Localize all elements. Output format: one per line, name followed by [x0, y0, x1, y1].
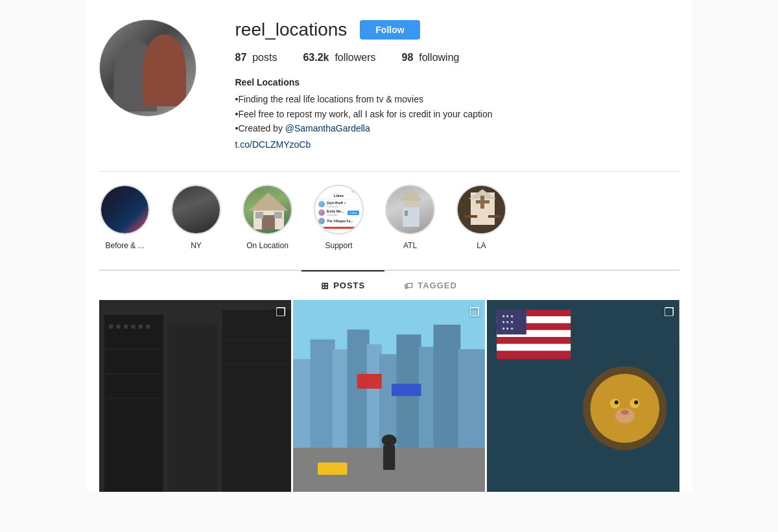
svg-point-44 — [382, 434, 397, 446]
support-header: 10:56 Likes — [318, 189, 359, 200]
story-item-onlocation[interactable]: On Location — [242, 185, 294, 250]
bio-website-link[interactable]: t.co/DCLZMYzoCb — [235, 137, 679, 152]
story-label-support: Support — [325, 241, 352, 250]
svg-point-64 — [615, 400, 619, 404]
svg-rect-45 — [383, 445, 395, 470]
story-circle-onlocation — [242, 185, 292, 235]
avatar — [99, 19, 196, 117]
svg-rect-22 — [131, 325, 135, 329]
svg-rect-18 — [104, 315, 163, 492]
support-row-1: Zach Braff ✓ Followers — [318, 201, 359, 208]
username: reel_locations — [235, 19, 348, 40]
svg-rect-15 — [464, 215, 477, 218]
grid-image-2 — [293, 300, 485, 492]
svg-rect-47 — [357, 374, 382, 389]
bio-creator-link[interactable]: @SamanthaGardella — [285, 123, 370, 133]
profile-top-row: reel_locations Follow — [235, 19, 679, 40]
story-label-onlocation: On Location — [246, 241, 289, 250]
avatar-image — [100, 20, 196, 116]
story-circle-ny — [171, 185, 221, 235]
story-circle-before — [100, 185, 150, 235]
grid-item-3[interactable]: ★ ★ ★ ★ ★ ★ ★ ★ ★ — [487, 300, 679, 492]
multi-photo-icon-1: ❐ — [276, 305, 286, 319]
svg-rect-21 — [123, 325, 127, 329]
followers-count: 63.2k — [303, 52, 329, 63]
grid-item-2[interactable]: ❐ — [293, 300, 485, 492]
profile-info: reel_locations Follow 87 posts 63.2k fol… — [235, 19, 679, 152]
tab-posts[interactable]: ⊞ POSTS — [301, 270, 384, 300]
svg-text:★ ★ ★: ★ ★ ★ — [502, 314, 513, 318]
posts-stat: 87 posts — [235, 52, 277, 64]
grid-image-3: ★ ★ ★ ★ ★ ★ ★ ★ ★ — [487, 300, 679, 492]
bio-line2: •Feel free to repost my work, all I ask … — [235, 107, 679, 121]
multi-photo-icon-3: ❐ — [664, 305, 674, 319]
posts-label: posts — [252, 52, 277, 63]
stories-section: Before & ... NY — [99, 171, 679, 270]
follow-button[interactable]: Follow — [360, 20, 419, 40]
bio-name: Reel Locations — [235, 75, 679, 89]
support-row-2: Emily Medina instagram Follow — [318, 209, 359, 216]
svg-rect-9 — [404, 191, 418, 199]
svg-rect-4 — [274, 212, 282, 218]
tab-tagged-label: TAGGED — [418, 281, 457, 290]
svg-rect-25 — [168, 325, 217, 492]
story-item-support[interactable]: 10:56 Likes Zach Braff ✓ Followers Em — [313, 185, 365, 250]
profile-header: reel_locations Follow 87 posts 63.2k fol… — [99, 19, 679, 171]
svg-rect-46 — [318, 463, 348, 475]
story-label-before: Before & ... — [105, 241, 144, 250]
svg-rect-16 — [488, 215, 501, 218]
story-circle-support: 10:56 Likes Zach Braff ✓ Followers Em — [314, 185, 364, 235]
bio-line3: •Created by @SamanthaGardella — [235, 121, 679, 135]
tabs-section: ⊞ POSTS 🏷 TAGGED — [99, 270, 679, 300]
story-item-atl[interactable]: ATL — [384, 185, 436, 250]
svg-point-67 — [621, 410, 629, 415]
svg-rect-20 — [116, 325, 120, 329]
story-circle-la — [456, 185, 506, 235]
svg-rect-24 — [146, 325, 150, 329]
following-label: following — [419, 52, 459, 63]
grid-icon: ⊞ — [321, 281, 329, 291]
svg-text:★ ★ ★: ★ ★ ★ — [502, 320, 513, 324]
support-row-3: The Villegas Fa... — [318, 218, 359, 224]
svg-rect-7 — [405, 211, 408, 216]
multi-photo-icon-2: ❐ — [469, 305, 480, 319]
svg-rect-54 — [497, 344, 571, 351]
bio-line1: •Finding the real life locations from tv… — [235, 92, 679, 106]
story-item-before[interactable]: Before & ... — [99, 185, 151, 250]
svg-text:★ ★ ★: ★ ★ ★ — [502, 327, 513, 330]
story-support-content: 10:56 Likes Zach Braff ✓ Followers Em — [315, 186, 362, 233]
svg-rect-26 — [222, 310, 290, 492]
story-label-la: LA — [477, 241, 486, 250]
story-circle-atl — [385, 185, 435, 235]
svg-rect-23 — [138, 325, 142, 329]
story-item-la[interactable]: LA — [456, 185, 508, 250]
svg-rect-2 — [262, 215, 275, 229]
followers-label: followers — [335, 52, 375, 63]
svg-rect-3 — [255, 212, 263, 218]
svg-rect-48 — [392, 384, 421, 396]
grid-section: ❐ — [99, 300, 679, 492]
following-count: 98 — [402, 52, 414, 63]
svg-rect-14 — [476, 200, 489, 203]
support-bar — [318, 227, 359, 229]
followers-stat[interactable]: 63.2k followers — [303, 52, 375, 64]
support-follow-btn[interactable]: Follow — [348, 211, 359, 215]
tab-tagged[interactable]: 🏷 TAGGED — [384, 270, 477, 300]
tab-posts-label: POSTS — [333, 281, 365, 290]
bio-section: Reel Locations •Finding the real life lo… — [235, 75, 679, 152]
avatar-wrapper — [99, 19, 196, 117]
tag-icon: 🏷 — [404, 281, 414, 291]
story-label-ny: NY — [191, 241, 202, 250]
svg-rect-6 — [403, 207, 419, 227]
following-stat[interactable]: 98 following — [402, 52, 460, 64]
svg-marker-1 — [249, 192, 288, 211]
story-label-atl: ATL — [403, 241, 417, 250]
story-item-ny[interactable]: NY — [171, 185, 222, 250]
grid-image-1 — [99, 300, 291, 492]
posts-count: 87 — [235, 52, 247, 63]
stats-row: 87 posts 63.2k followers 98 following — [235, 52, 679, 64]
grid-item-1[interactable]: ❐ — [99, 300, 291, 492]
bio-line3-prefix: •Created by — [235, 123, 285, 133]
svg-rect-19 — [109, 325, 113, 329]
profile-container: reel_locations Follow 87 posts 63.2k fol… — [86, 0, 692, 492]
